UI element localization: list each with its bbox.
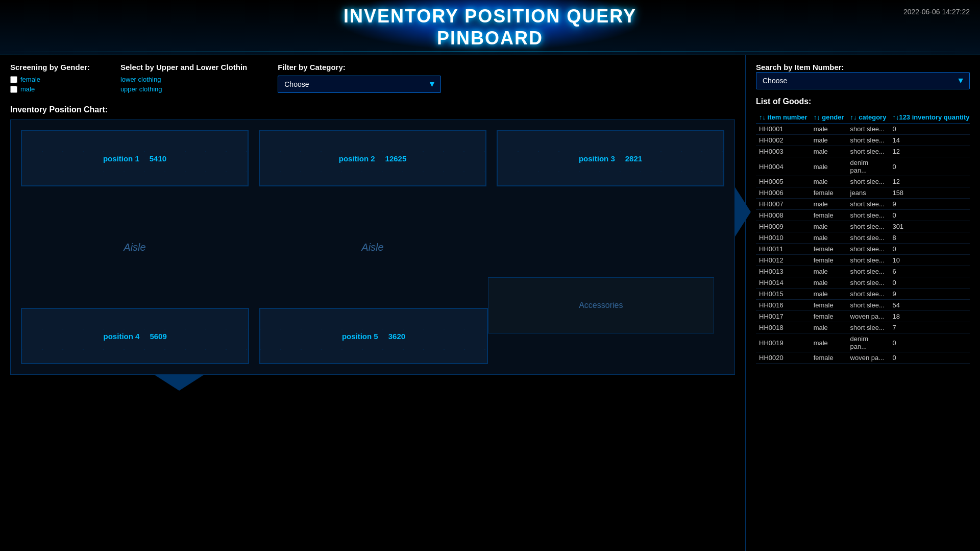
cell-qty: 54 [889, 300, 970, 311]
cell-item-number: HH0012 [756, 255, 811, 266]
position-4-count: 5609 [150, 332, 166, 341]
table-row: HH0003 male short slee... 12 position 2 [756, 146, 970, 157]
position-2-count: 12625 [385, 154, 407, 163]
cell-category: jeans [847, 187, 890, 199]
gender-filter-group: Screening by Gender: female male [10, 63, 90, 95]
left-panel: Screening by Gender: female male Select … [0, 55, 745, 551]
item-number-dropdown-wrapper: Choose ▼ [756, 72, 970, 89]
table-row: HH0013 male short slee... 6 position 1 [756, 266, 970, 277]
cell-gender: male [811, 322, 847, 333]
upper-clothing-link[interactable]: upper clothing [120, 85, 247, 93]
table-row: HH0007 male short slee... 9 position 2 [756, 199, 970, 210]
cell-gender: male [811, 333, 847, 352]
position-block-1: position 1 5410 [21, 130, 249, 186]
cell-gender: male [811, 277, 847, 289]
goods-table-header-row: ↑↓ item number ↑↓ gender ↑↓ category ↑↓1… [756, 111, 970, 124]
col-item-number[interactable]: ↑↓ item number [756, 111, 811, 124]
table-row: HH0008 female short slee... 0 [756, 210, 970, 221]
goods-table-wrapper[interactable]: ↑↓ item number ↑↓ gender ↑↓ category ↑↓1… [756, 111, 970, 530]
category-filter-group: Filter by Category: Choose ▼ [278, 63, 441, 93]
female-checkbox-item[interactable]: female [10, 76, 90, 83]
cell-category: short slee... [847, 210, 890, 221]
header: INVENTORY POSITION QUERY PINBOARD 2022-0… [0, 0, 980, 55]
page-title: INVENTORY POSITION QUERY PINBOARD [0, 5, 980, 49]
position-5-name: position 5 [342, 332, 378, 341]
gender-label: Screening by Gender: [10, 63, 90, 71]
position-5-info: position 5 3620 [342, 332, 405, 341]
item-number-control-group: Search by Item Number: Choose ▼ [756, 63, 970, 89]
cell-qty: 301 [889, 221, 970, 232]
cell-category: short slee... [847, 244, 890, 255]
item-number-label: Search by Item Number: [756, 63, 844, 71]
cell-item-number: HH0003 [756, 146, 811, 157]
item-number-dropdown[interactable]: Choose [756, 72, 970, 89]
cell-category: woven pa... [847, 311, 890, 322]
cell-qty: 7 [889, 322, 970, 333]
cell-gender: male [811, 124, 847, 135]
cell-gender: female [811, 210, 847, 221]
col-category[interactable]: ↑↓ category [847, 111, 890, 124]
cell-item-number: HH0020 [756, 352, 811, 364]
table-row: HH0016 female short slee... 54 position … [756, 300, 970, 311]
cell-category: short slee... [847, 135, 890, 146]
position-3-count: 2821 [625, 154, 642, 163]
cell-category: denim pan... [847, 333, 890, 352]
cell-qty: 9 [889, 289, 970, 300]
clothing-filter-group: Select by Upper and Lower Clothin lower … [120, 63, 247, 95]
table-row: HH0017 female woven pa... 18 position 4 [756, 311, 970, 322]
top-positions-row: position 1 5410 position 2 12625 positio… [21, 130, 724, 186]
table-row: HH0002 male short slee... 14 position 1 [756, 135, 970, 146]
cell-qty: 0 [889, 352, 970, 364]
cell-item-number: HH0007 [756, 199, 811, 210]
cell-qty: 14 [889, 135, 970, 146]
accessories-box: Accessories [488, 277, 714, 333]
cell-category: denim pan... [847, 157, 890, 176]
cell-qty: 9 [889, 199, 970, 210]
position-1-name: position 1 [103, 154, 139, 163]
cell-item-number: HH0018 [756, 322, 811, 333]
cell-gender: female [811, 300, 847, 311]
table-row: HH0010 male short slee... 8 position 1 [756, 232, 970, 244]
chart-container: position 1 5410 position 2 12625 positio… [10, 119, 735, 375]
female-label: female [20, 76, 40, 83]
cell-item-number: HH0014 [756, 277, 811, 289]
cell-category: short slee... [847, 277, 890, 289]
cell-gender: male [811, 199, 847, 210]
aisle-2-label: Aisle [259, 242, 486, 253]
table-row: HH0006 female jeans 158 position 3 [756, 187, 970, 199]
male-checkbox[interactable] [10, 86, 17, 93]
cell-gender: male [811, 146, 847, 157]
main-layout: Screening by Gender: female male Select … [0, 55, 980, 551]
cell-item-number: HH0010 [756, 232, 811, 244]
category-dropdown[interactable]: Choose [278, 76, 441, 93]
cell-gender: male [811, 176, 847, 187]
male-checkbox-item[interactable]: male [10, 85, 90, 93]
col-gender[interactable]: ↑↓ gender [811, 111, 847, 124]
table-row: HH0001 male short slee... 0 [756, 124, 970, 135]
cell-category: short slee... [847, 146, 890, 157]
cell-category: short slee... [847, 322, 890, 333]
cell-item-number: HH0015 [756, 289, 811, 300]
table-row: HH0004 male denim pan... 0 [756, 157, 970, 176]
bottom-row-wrapper: position 4 5609 position 5 3620 Accessor… [21, 308, 724, 364]
position-3-info: position 3 2821 [579, 154, 642, 163]
female-checkbox[interactable] [10, 76, 17, 83]
cell-gender: male [811, 221, 847, 232]
goods-table-body: HH0001 male short slee... 0 HH0002 male … [756, 124, 970, 364]
lower-clothing-link[interactable]: lower clothing [120, 76, 247, 83]
cell-category: short slee... [847, 289, 890, 300]
table-row: HH0011 female short slee... 0 [756, 244, 970, 255]
position-block-3: position 3 2821 [497, 130, 724, 186]
goods-table-header: ↑↓ item number ↑↓ gender ↑↓ category ↑↓1… [756, 111, 970, 124]
cell-gender: male [811, 266, 847, 277]
controls-row: Screening by Gender: female male Select … [10, 63, 735, 95]
position-1-count: 5410 [150, 154, 166, 163]
cell-qty: 158 [889, 187, 970, 199]
clothing-label: Select by Upper and Lower Clothin [120, 63, 247, 71]
cell-item-number: HH0008 [756, 210, 811, 221]
cell-category: short slee... [847, 266, 890, 277]
col-inventory-qty[interactable]: ↑↓123 inventory quantity [889, 111, 970, 124]
cell-gender: female [811, 311, 847, 322]
right-arrow-decoration [734, 186, 751, 237]
table-row: HH0005 male short slee... 12 position 2 [756, 176, 970, 187]
